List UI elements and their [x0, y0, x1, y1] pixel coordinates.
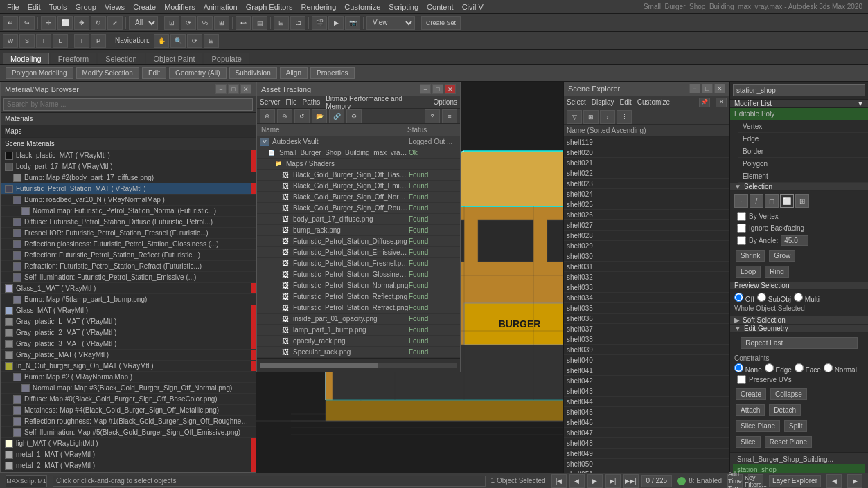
mat-list-item[interactable]: Glass_1_MAT ( VRayMtl ) — [1, 283, 256, 294]
mp-shrink-btn[interactable]: Shrink — [736, 250, 765, 262]
persp-button[interactable]: P — [91, 34, 106, 48]
se-list-item[interactable]: shelf049 — [564, 449, 729, 459]
mat-list-item[interactable]: Fresnel IOR: Futuristic_Petrol_Station_F… — [1, 228, 256, 239]
zoom-button[interactable]: 🔍 — [170, 34, 186, 48]
asset-list-item[interactable]: 🖼Futuristic_Petrol_Station_Reflect.pngFo… — [257, 291, 460, 302]
maximize-viewport-button[interactable]: ⊞ — [204, 34, 219, 48]
mat-list-item[interactable]: Futuristic_Petrol_Station_MAT ( VRayMtl … — [1, 183, 256, 195]
se-list-item[interactable]: shelf043 — [564, 386, 729, 397]
se-list-item[interactable]: shelf023 — [564, 179, 729, 189]
mp-repeat-last-btn[interactable]: Repeat Last — [741, 337, 857, 349]
render-setup-button[interactable]: 🎬 — [312, 16, 327, 30]
mp-multi-radio[interactable] — [794, 293, 803, 302]
wire-button[interactable]: W — [3, 34, 18, 48]
asset-btn-5[interactable]: 🔗 — [329, 109, 344, 123]
asset-menu-paths[interactable]: Paths — [303, 98, 321, 106]
viewport-select-dropdown[interactable]: View — [366, 16, 415, 30]
se-list-item[interactable]: shelf119 — [564, 137, 729, 147]
asset-list-item[interactable]: 📄Small_Burger_Shop_Building_max_vray.max… — [257, 147, 460, 159]
scene-explorer-button[interactable]: 🗂 — [290, 16, 305, 30]
mp-soft-selection-section[interactable]: ▶ Soft Selection — [730, 316, 868, 325]
mp-loop-btn[interactable]: Loop — [736, 266, 761, 278]
mat-list-item[interactable]: Diffuse: Map #0(Black_Gold_Burger_Sign_O… — [1, 394, 256, 405]
mat-list-item[interactable]: body_part_17_MAT ( VRayMtl ) — [1, 161, 256, 172]
asset-btn-3[interactable]: ↺ — [294, 109, 310, 123]
align-button[interactable]: ▤ — [252, 16, 267, 30]
ribbon-geometry-all[interactable]: Geometry (All) — [169, 67, 226, 79]
mp-element[interactable]: Element — [738, 170, 868, 183]
menu-create[interactable]: Create — [129, 0, 160, 13]
texture-button[interactable]: T — [36, 34, 51, 48]
timeline-play-btn[interactable]: ▶ — [587, 474, 603, 488]
mp-by-vertex-check[interactable] — [737, 212, 746, 221]
mp-element-btn[interactable]: ⊞ — [795, 194, 809, 208]
asset-list-item[interactable]: 🖼inside_part_01_opacity.pngFound — [257, 314, 460, 325]
tab-selection[interactable]: Selection — [98, 53, 144, 64]
se-list-item[interactable]: shelf035 — [564, 303, 729, 314]
render-frame-button[interactable]: 📷 — [345, 16, 360, 30]
asset-list-item[interactable]: 🖼Black_Gold_Burger_Sign_Off_BaseColor.pn… — [257, 170, 460, 181]
menu-rendering[interactable]: Rendering — [297, 0, 341, 13]
mat-list-item[interactable]: Gray_plastic_3_MAT ( VRayMtl ) — [1, 338, 256, 350]
select-region-button[interactable]: ⬜ — [57, 16, 73, 30]
asset-menu-bitmap-perf[interactable]: Bitmap Performance and Memory — [326, 95, 427, 110]
mp-ignore-backfacing-check[interactable] — [737, 224, 746, 233]
se-list-item[interactable]: shelf026 — [564, 210, 729, 220]
se-list-item[interactable]: shelf025 — [564, 199, 729, 210]
ribbon-modify-selection[interactable]: Modify Selection — [76, 67, 139, 79]
mp-angle-value[interactable] — [781, 235, 808, 246]
layer-manager-button[interactable]: ⊟ — [274, 16, 289, 30]
menu-group[interactable]: Group — [71, 0, 100, 13]
spinner-snap-button[interactable]: ⊞ — [214, 16, 229, 30]
timeline-start-btn[interactable]: |◀ — [551, 474, 567, 488]
mat-list-item[interactable]: Refraction: Futuristic_Petrol_Station_Re… — [1, 261, 256, 272]
mp-preserve-uvs-check[interactable] — [737, 375, 746, 384]
se-edit-btn[interactable]: Edit — [620, 98, 632, 106]
asset-menu-server[interactable]: Server — [260, 98, 280, 106]
angle-snap-button[interactable]: ⟳ — [181, 16, 196, 30]
asset-list-item[interactable]: 🖼Specular_rack.pngFound — [257, 347, 460, 358]
se-filter-btn[interactable]: ▽ — [567, 110, 582, 124]
mat-scene-materials-section[interactable]: Scene Materials — [1, 138, 256, 150]
mat-browser-maximize[interactable]: □ — [228, 84, 239, 94]
menu-file[interactable]: File — [3, 0, 24, 13]
se-list-item[interactable]: shelf036 — [564, 314, 729, 324]
tab-object-paint[interactable]: Object Paint — [146, 53, 203, 64]
menu-customize[interactable]: Customize — [340, 0, 384, 13]
mp-vertex[interactable]: Vertex — [738, 120, 868, 133]
ribbon-edit[interactable]: Edit — [142, 67, 166, 79]
asset-list-item[interactable]: 🖼Futuristic_Petrol_Station_Normal.pngFou… — [257, 280, 460, 291]
mp-by-angle-check[interactable] — [737, 236, 746, 245]
mp-scene-item[interactable]: Small_Burger_Shop_Building... — [733, 454, 865, 464]
se-hierarchy-btn[interactable]: ⊞ — [583, 110, 599, 124]
se-list-item[interactable]: shelf038 — [564, 334, 729, 345]
mp-selection-section[interactable]: ▼ Selection — [730, 183, 868, 191]
mp-split-btn[interactable]: Split — [784, 420, 807, 432]
menu-civil[interactable]: Civil V — [458, 0, 488, 13]
mp-slice-btn[interactable]: Slice — [736, 436, 761, 448]
menu-scripting[interactable]: Scripting — [384, 0, 423, 13]
se-customize-btn[interactable]: Customize — [637, 98, 670, 106]
se-list-item[interactable]: shelf048 — [564, 438, 729, 449]
asset-list-item[interactable]: 🖼Black_Gold_Burger_Sign_Off_Normal.pngFo… — [257, 192, 460, 203]
mat-browser-minimize[interactable]: − — [215, 84, 227, 94]
mp-subobj-radio[interactable] — [757, 293, 766, 302]
se-close[interactable]: ✕ — [714, 84, 725, 93]
mp-edit-geometry-section[interactable]: ▼ Edit Geometry — [730, 325, 868, 333]
asset-btn-2[interactable]: ⊖ — [277, 109, 292, 123]
menu-animation[interactable]: Animation — [200, 0, 242, 13]
mat-list-item[interactable]: Glass_MAT ( VRayMtl ) — [1, 305, 256, 316]
mat-list-item[interactable]: Metalness: Map #4(Black_Gold_Burger_Sign… — [1, 405, 256, 416]
asset-list-item[interactable]: 🖼Futuristic_Petrol_Station_Refract.pngFo… — [257, 302, 460, 314]
se-list-item[interactable]: shelf032 — [564, 272, 729, 282]
se-maximize[interactable]: □ — [702, 84, 713, 93]
asset-list-item[interactable]: 🖼lamp_part_1_bump.pngFound — [257, 325, 460, 336]
mp-edge-constraint-radio[interactable] — [765, 363, 774, 372]
se-list-item[interactable]: shelf034 — [564, 293, 729, 303]
ribbon-align[interactable]: Align — [280, 67, 308, 79]
se-list-item[interactable]: shelf021 — [564, 158, 729, 168]
menu-content[interactable]: Content — [423, 0, 458, 13]
mat-list-item[interactable]: Self-illumination: Futuristic_Petrol_Sta… — [1, 272, 256, 283]
asset-list-item[interactable]: 🖼Black_Gold_Burger_Sign_Off_Emissive.png… — [257, 181, 460, 192]
se-list-item[interactable]: shelf039 — [564, 345, 729, 355]
